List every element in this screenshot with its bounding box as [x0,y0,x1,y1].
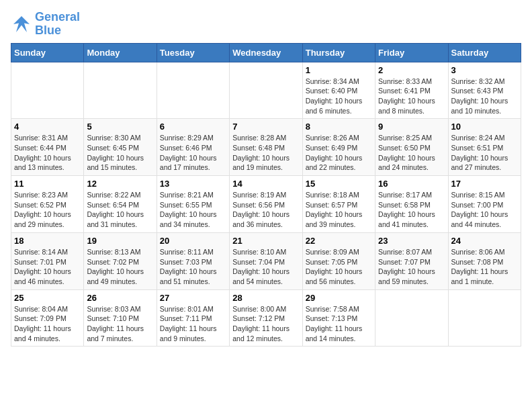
day-info: Sunrise: 8:29 AM Sunset: 6:46 PM Dayligh… [160,133,226,173]
calendar-cell: 2Sunrise: 8:33 AM Sunset: 6:41 PM Daylig… [375,62,448,119]
calendar-week-4: 18Sunrise: 8:14 AM Sunset: 7:01 PM Dayli… [11,232,521,289]
logo-icon [11,13,32,35]
day-info: Sunrise: 8:07 AM Sunset: 7:07 PM Dayligh… [378,247,445,287]
day-info: Sunrise: 8:21 AM Sunset: 6:55 PM Dayligh… [160,190,226,230]
day-number: 15 [306,179,372,189]
day-number: 14 [232,179,299,189]
day-number: 26 [87,293,153,303]
day-info: Sunrise: 8:13 AM Sunset: 7:02 PM Dayligh… [87,247,153,287]
day-number: 5 [87,122,153,132]
day-info: Sunrise: 8:22 AM Sunset: 6:54 PM Dayligh… [87,190,153,230]
calendar-week-5: 25Sunrise: 8:04 AM Sunset: 7:09 PM Dayli… [11,289,521,347]
day-info: Sunrise: 8:28 AM Sunset: 6:48 PM Dayligh… [232,133,299,173]
day-number: 22 [306,236,372,246]
calendar-cell: 29Sunrise: 7:58 AM Sunset: 7:13 PM Dayli… [302,289,375,347]
day-number: 13 [160,179,226,189]
day-info: Sunrise: 8:10 AM Sunset: 7:04 PM Dayligh… [232,247,299,287]
calendar-cell: 6Sunrise: 8:29 AM Sunset: 6:46 PM Daylig… [157,119,229,176]
calendar-table: SundayMondayTuesdayWednesdayThursdayFrid… [11,43,521,347]
day-number: 20 [160,236,226,246]
calendar-cell: 7Sunrise: 8:28 AM Sunset: 6:48 PM Daylig… [230,119,302,176]
day-number: 9 [378,122,445,132]
calendar-cell: 13Sunrise: 8:21 AM Sunset: 6:55 PM Dayli… [157,176,229,233]
calendar-cell [157,62,229,119]
calendar-cell: 21Sunrise: 8:10 AM Sunset: 7:04 PM Dayli… [230,232,302,289]
day-number: 28 [232,293,299,303]
calendar-cell: 9Sunrise: 8:25 AM Sunset: 6:50 PM Daylig… [375,119,448,176]
day-number: 27 [160,293,226,303]
calendar-cell: 12Sunrise: 8:22 AM Sunset: 6:54 PM Dayli… [84,176,157,233]
header-tuesday: Tuesday [157,43,229,62]
day-number: 21 [232,236,299,246]
calendar-week-3: 11Sunrise: 8:23 AM Sunset: 6:52 PM Dayli… [11,176,521,233]
page-header: General Blue [11,11,521,38]
header-friday: Friday [375,43,448,62]
calendar-cell: 24Sunrise: 8:06 AM Sunset: 7:08 PM Dayli… [448,232,521,289]
day-number: 12 [87,179,153,189]
calendar-header-row: SundayMondayTuesdayWednesdayThursdayFrid… [11,43,521,62]
calendar-cell: 1Sunrise: 8:34 AM Sunset: 6:40 PM Daylig… [302,62,375,119]
calendar-cell: 19Sunrise: 8:13 AM Sunset: 7:02 PM Dayli… [84,232,157,289]
calendar-cell: 17Sunrise: 8:15 AM Sunset: 7:00 PM Dayli… [448,176,521,233]
day-info: Sunrise: 8:25 AM Sunset: 6:50 PM Dayligh… [378,133,445,173]
logo: General Blue [11,11,80,38]
header-sunday: Sunday [11,43,84,62]
day-info: Sunrise: 8:26 AM Sunset: 6:49 PM Dayligh… [306,133,372,173]
calendar-cell: 22Sunrise: 8:09 AM Sunset: 7:05 PM Dayli… [302,232,375,289]
header-wednesday: Wednesday [230,43,302,62]
day-info: Sunrise: 8:06 AM Sunset: 7:08 PM Dayligh… [451,247,518,287]
day-info: Sunrise: 8:00 AM Sunset: 7:12 PM Dayligh… [232,304,299,344]
calendar-cell: 26Sunrise: 8:03 AM Sunset: 7:10 PM Dayli… [84,289,157,347]
calendar-cell: 18Sunrise: 8:14 AM Sunset: 7:01 PM Dayli… [11,232,84,289]
logo-text: General Blue [35,11,80,38]
calendar-cell: 5Sunrise: 8:30 AM Sunset: 6:45 PM Daylig… [84,119,157,176]
day-number: 1 [306,65,372,75]
calendar-cell: 25Sunrise: 8:04 AM Sunset: 7:09 PM Dayli… [11,289,84,347]
header-monday: Monday [84,43,157,62]
day-info: Sunrise: 8:23 AM Sunset: 6:52 PM Dayligh… [14,190,81,230]
day-number: 2 [378,65,445,75]
day-number: 25 [14,293,81,303]
calendar-cell: 10Sunrise: 8:24 AM Sunset: 6:51 PM Dayli… [448,119,521,176]
calendar-cell: 3Sunrise: 8:32 AM Sunset: 6:43 PM Daylig… [448,62,521,119]
calendar-cell: 14Sunrise: 8:19 AM Sunset: 6:56 PM Dayli… [230,176,302,233]
day-info: Sunrise: 8:30 AM Sunset: 6:45 PM Dayligh… [87,133,153,173]
calendar-cell: 28Sunrise: 8:00 AM Sunset: 7:12 PM Dayli… [230,289,302,347]
day-info: Sunrise: 8:19 AM Sunset: 6:56 PM Dayligh… [232,190,299,230]
day-number: 3 [451,65,518,75]
day-info: Sunrise: 8:03 AM Sunset: 7:10 PM Dayligh… [87,304,153,344]
day-number: 23 [378,236,445,246]
calendar-week-1: 1Sunrise: 8:34 AM Sunset: 6:40 PM Daylig… [11,62,521,119]
day-number: 6 [160,122,226,132]
day-number: 19 [87,236,153,246]
calendar-cell [375,289,448,347]
day-info: Sunrise: 8:09 AM Sunset: 7:05 PM Dayligh… [306,247,372,287]
day-number: 8 [306,122,372,132]
day-info: Sunrise: 8:15 AM Sunset: 7:00 PM Dayligh… [451,190,518,230]
svg-marker-0 [13,16,30,32]
day-info: Sunrise: 8:17 AM Sunset: 6:58 PM Dayligh… [378,190,445,230]
calendar-cell: 27Sunrise: 8:01 AM Sunset: 7:11 PM Dayli… [157,289,229,347]
day-number: 17 [451,179,518,189]
day-info: Sunrise: 8:01 AM Sunset: 7:11 PM Dayligh… [160,304,226,344]
day-info: Sunrise: 8:24 AM Sunset: 6:51 PM Dayligh… [451,133,518,173]
header-thursday: Thursday [302,43,375,62]
day-info: Sunrise: 8:33 AM Sunset: 6:41 PM Dayligh… [378,77,445,116]
day-info: Sunrise: 8:31 AM Sunset: 6:44 PM Dayligh… [14,133,81,173]
day-info: Sunrise: 8:11 AM Sunset: 7:03 PM Dayligh… [160,247,226,287]
calendar-cell: 23Sunrise: 8:07 AM Sunset: 7:07 PM Dayli… [375,232,448,289]
calendar-cell [448,289,521,347]
day-number: 29 [306,293,372,303]
calendar-cell: 16Sunrise: 8:17 AM Sunset: 6:58 PM Dayli… [375,176,448,233]
day-info: Sunrise: 8:34 AM Sunset: 6:40 PM Dayligh… [306,77,372,116]
calendar-week-2: 4Sunrise: 8:31 AM Sunset: 6:44 PM Daylig… [11,119,521,176]
calendar-cell: 11Sunrise: 8:23 AM Sunset: 6:52 PM Dayli… [11,176,84,233]
day-number: 10 [451,122,518,132]
day-number: 7 [232,122,299,132]
day-number: 11 [14,179,81,189]
day-number: 16 [378,179,445,189]
day-number: 18 [14,236,81,246]
calendar-cell: 8Sunrise: 8:26 AM Sunset: 6:49 PM Daylig… [302,119,375,176]
day-info: Sunrise: 8:18 AM Sunset: 6:57 PM Dayligh… [306,190,372,230]
day-number: 24 [451,236,518,246]
